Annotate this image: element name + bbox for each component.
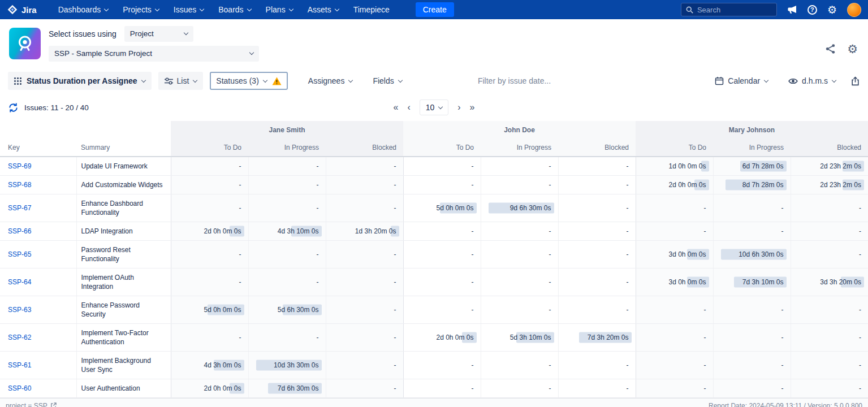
fields-dropdown[interactable]: Fields: [373, 76, 401, 85]
duration-cell: -: [713, 222, 791, 241]
brand-name: Jira: [21, 5, 37, 15]
duration-cell: -: [636, 379, 713, 398]
nav-boards[interactable]: Boards: [218, 5, 251, 14]
duration-cell: -: [558, 176, 636, 194]
refresh-icon[interactable]: [8, 102, 19, 113]
issue-summary: Update UI Framework: [76, 157, 171, 176]
help-icon[interactable]: ?: [807, 5, 817, 15]
issue-summary: Password Reset Functionality: [76, 241, 171, 269]
duration-cell: -: [791, 379, 868, 398]
key-cell: SSP-68: [0, 176, 76, 194]
duration-cell: -: [248, 269, 326, 296]
duration-cell: -: [481, 269, 558, 296]
issue-key-link[interactable]: SSP-69: [8, 162, 31, 170]
issue-key-link[interactable]: SSP-66: [8, 227, 31, 235]
project-dropdown[interactable]: SSP - Sample Scrum Project: [49, 46, 259, 62]
duration-cell: -: [636, 352, 713, 379]
duration-cell: -: [326, 324, 403, 352]
assignee-group-header: Jane Smith: [171, 121, 403, 139]
duration-cell: -: [171, 194, 248, 222]
duration-cell: -: [558, 269, 636, 296]
gear-icon[interactable]: ⚙: [827, 5, 837, 15]
prev-page-button[interactable]: ‹: [407, 103, 410, 112]
issue-key-link[interactable]: SSP-60: [8, 384, 31, 392]
duration-cell: -: [713, 379, 791, 398]
main-nav: Dashboards Projects Issues Boards Plans …: [58, 2, 454, 17]
duration-cell: 2d 0h 0m 0s: [636, 176, 713, 194]
duration-cell: -: [171, 269, 248, 296]
key-cell: SSP-67: [0, 194, 76, 222]
duration-cell: -: [791, 324, 868, 352]
nav-dashboards[interactable]: Dashboards: [58, 5, 109, 14]
last-page-button[interactable]: »: [470, 103, 475, 112]
jira-logo[interactable]: Jira: [7, 4, 37, 15]
view-mode-dropdown[interactable]: List: [158, 72, 204, 90]
calendar-dropdown[interactable]: Calendar: [715, 76, 768, 85]
duration-cell: 4d 3h 10m 0s: [248, 222, 326, 241]
duration-cell: -: [403, 241, 481, 269]
duration-cell: 10d 6h 30m 0s: [713, 241, 791, 269]
report-type-dropdown[interactable]: Status Duration per Assignee: [8, 72, 152, 90]
nav-projects[interactable]: Projects: [123, 5, 159, 14]
user-avatar[interactable]: [847, 3, 861, 17]
page: Jira Dashboards Projects Issues Boards P…: [0, 0, 868, 407]
settings-gear-icon[interactable]: ⚙: [847, 43, 858, 55]
chevron-down-icon: [288, 6, 293, 11]
key-cell: SSP-60: [0, 379, 76, 398]
assignee-group-header: Mary Johnson: [636, 121, 868, 139]
duration-cell: -: [481, 157, 558, 176]
jql-filter-link[interactable]: project = SSP: [6, 402, 57, 407]
select-issues-label: Select issues using: [49, 29, 116, 38]
report-toolbar: Status Duration per Assignee List Status…: [0, 68, 868, 94]
issue-key-link[interactable]: SSP-65: [8, 250, 31, 258]
report-info: Report Date: 2024-05-09 13:11 / Version:…: [709, 402, 862, 407]
issue-source-dropdown[interactable]: Project: [124, 26, 193, 42]
duration-cell: 2d 0h 0m 0s: [171, 379, 248, 398]
issue-key-link[interactable]: SSP-68: [8, 181, 31, 189]
issue-summary: LDAP Integration: [76, 222, 171, 241]
page-size-dropdown[interactable]: 10: [420, 99, 449, 115]
report-header: Select issues using Project SSP - Sample…: [0, 19, 868, 68]
share-icon[interactable]: [825, 44, 836, 54]
issue-row: SSP-67Enhance Dashboard Functionality---…: [0, 194, 868, 222]
grid-icon: [14, 77, 21, 85]
issue-key-link[interactable]: SSP-61: [8, 361, 31, 369]
duration-cell: 2d 0h 0m 0s: [171, 222, 248, 241]
nav-assets[interactable]: Assets: [308, 5, 339, 14]
nav-timepiece[interactable]: Timepiece: [353, 5, 390, 14]
issue-summary: Add Customizable Widgets: [76, 176, 171, 194]
status-column-header: Blocked: [558, 139, 636, 157]
chevron-down-icon: [184, 31, 188, 35]
duration-cell: -: [636, 324, 713, 352]
report-table-wrap: Jane SmithJohn DoeMary JohnsonKeySummary…: [0, 121, 868, 398]
first-page-button[interactable]: «: [393, 103, 398, 112]
duration-cell: -: [558, 222, 636, 241]
global-search[interactable]: [681, 3, 777, 16]
assignees-dropdown[interactable]: Assignees: [308, 76, 353, 85]
duration-cell: -: [713, 194, 791, 222]
next-page-button[interactable]: ›: [457, 103, 460, 112]
announcements-icon[interactable]: [787, 5, 797, 14]
issue-date-filter-input[interactable]: [478, 76, 577, 85]
duration-cell: 9d 6h 30m 0s: [481, 194, 558, 222]
issue-key-link[interactable]: SSP-64: [8, 278, 31, 286]
nav-plans[interactable]: Plans: [266, 5, 293, 14]
duration-cell: -: [326, 241, 403, 269]
nav-issues[interactable]: Issues: [174, 5, 204, 14]
nav-right-cluster: ? ⚙: [681, 3, 861, 17]
duration-cell: -: [713, 352, 791, 379]
statuses-dropdown[interactable]: Statuses (3): [210, 72, 287, 90]
warning-icon: [272, 77, 282, 85]
issue-key-link[interactable]: SSP-62: [8, 334, 31, 341]
issue-key-link[interactable]: SSP-63: [8, 306, 31, 314]
issue-row: SSP-69Update UI Framework------1d 0h 0m …: [0, 157, 868, 176]
export-button[interactable]: [850, 76, 860, 86]
create-button[interactable]: Create: [416, 2, 454, 17]
issue-summary: Enhance Dashboard Functionality: [76, 194, 171, 222]
time-format-dropdown[interactable]: d.h.m.s: [788, 76, 836, 85]
search-input[interactable]: [697, 6, 765, 14]
issue-key-link[interactable]: SSP-67: [8, 204, 31, 212]
duration-cell: -: [481, 222, 558, 241]
duration-cell: 5d 0h 0m 0s: [403, 194, 481, 222]
duration-cell: -: [481, 296, 558, 324]
